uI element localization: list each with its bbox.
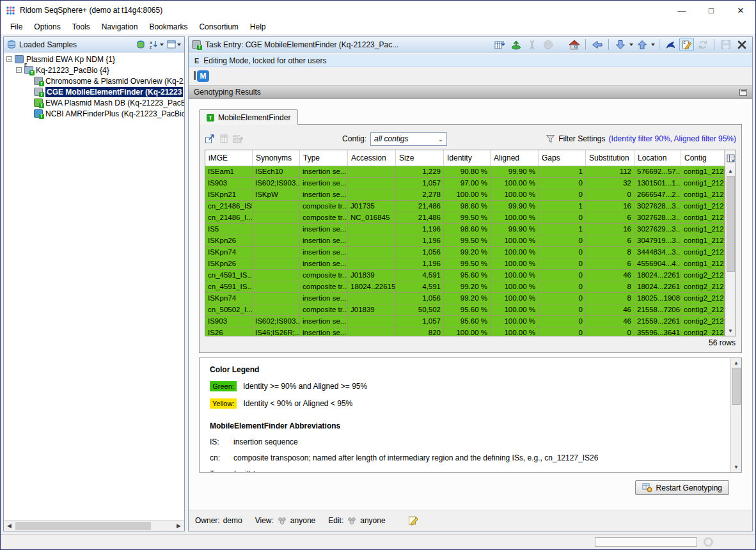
- table-row[interactable]: IS5insertion se...1,19698.60 %99.90 %116…: [205, 224, 725, 235]
- filter-settings-detail[interactable]: (Identity filter 90%, Aligned filter 95%…: [609, 134, 736, 143]
- column-header-size[interactable]: Size: [396, 150, 444, 166]
- scroll-up-icon[interactable]: ▲: [728, 166, 733, 176]
- edit-permissions-icon[interactable]: [408, 515, 419, 526]
- down-arrow-icon[interactable]: [613, 38, 627, 51]
- restart-genotyping-button[interactable]: Restart Genotyping: [635, 480, 729, 495]
- column-header-accession[interactable]: Accession: [348, 150, 396, 166]
- dna-icon[interactable]: [524, 38, 539, 51]
- column-header-identity[interactable]: Identity: [444, 150, 491, 166]
- table-row[interactable]: IS903IS602;IS903...insertion se...1,0579…: [205, 178, 725, 189]
- home-icon[interactable]: [567, 38, 581, 51]
- column-header-synonyms[interactable]: Synonyms: [253, 150, 300, 166]
- scroll-thumb[interactable]: [727, 176, 735, 272]
- tree-expander-icon[interactable]: −: [16, 67, 22, 73]
- refresh-icon[interactable]: [695, 38, 710, 51]
- legend-vertical-scrollbar[interactable]: ▲ ▼: [730, 358, 741, 472]
- scroll-down-icon[interactable]: ▼: [728, 326, 733, 336]
- menu-item-tools[interactable]: Tools: [67, 21, 96, 33]
- column-header-imge[interactable]: iMGE: [205, 150, 253, 166]
- export-icon[interactable]: [205, 134, 216, 144]
- table-row[interactable]: ISKpn21ISKpWinsertion se...2,278100.00 %…: [205, 189, 725, 201]
- scroll-left-icon[interactable]: ◀: [4, 522, 15, 529]
- scroll-track[interactable]: [15, 521, 173, 531]
- close-button[interactable]: ✕: [726, 1, 755, 20]
- sort-icon[interactable]: az: [149, 40, 164, 49]
- export-sequence-icon[interactable]: AGT: [232, 134, 244, 144]
- compare-icon[interactable]: [540, 38, 555, 51]
- tree-item[interactable]: −Plasmid EWA Kp NDM {1}: [4, 54, 184, 65]
- menu-item-navigation[interactable]: Navigation: [96, 21, 144, 33]
- tree-horizontal-scrollbar[interactable]: ◀ ▶: [4, 520, 184, 531]
- column-header-type[interactable]: Type: [300, 150, 348, 166]
- column-header-substitution[interactable]: Substitution: [586, 150, 634, 166]
- table-row[interactable]: ISKpn74insertion se...1,05699.20 %100.00…: [205, 293, 725, 304]
- submit-icon[interactable]: [508, 38, 523, 51]
- filter-icon[interactable]: [546, 134, 555, 143]
- column-chooser-icon[interactable]: [725, 150, 736, 166]
- scroll-thumb[interactable]: [732, 368, 741, 405]
- menu-item-consortium[interactable]: Consortium: [193, 21, 244, 33]
- table-cell: composite tr...: [300, 270, 348, 281]
- close-task-icon[interactable]: [734, 38, 749, 51]
- table-import-icon[interactable]: [492, 38, 507, 51]
- table-row[interactable]: IS26IS46;IS26R;...insertion se...820100.…: [205, 327, 725, 336]
- table-vertical-scrollbar[interactable]: ▲ ▼: [725, 166, 736, 336]
- abbreviation-key: Tn:: [210, 469, 233, 472]
- legend-entry: Green:Identity >= 90% and Aligned >= 95%: [210, 381, 720, 391]
- collapse-all-icon[interactable]: [167, 40, 181, 49]
- contig-select[interactable]: all contigs ⌄: [370, 132, 447, 146]
- table-cell: [253, 235, 300, 247]
- table-row[interactable]: ISKpn26insertion se...1,19699.50 %100.00…: [205, 235, 725, 247]
- menu-item-options[interactable]: Options: [28, 21, 66, 33]
- table-row[interactable]: ISEam1ISEch10insertion se...1,22990.80 %…: [205, 166, 725, 178]
- table-row[interactable]: cn_4591_IS...composite tr...J018394,5919…: [205, 270, 725, 281]
- maximize-button[interactable]: □: [697, 1, 726, 20]
- menu-item-help[interactable]: Help: [244, 21, 272, 33]
- jump-icon[interactable]: [663, 38, 678, 51]
- column-header-contig[interactable]: Contig: [681, 150, 725, 166]
- column-header-gaps[interactable]: Gaps: [539, 150, 586, 166]
- column-header-aligned[interactable]: Aligned: [491, 150, 539, 166]
- menu-item-file[interactable]: File: [4, 21, 28, 33]
- tree-item[interactable]: EWA Plasmid Mash DB (Kq-21223_PacBio): [4, 97, 184, 108]
- table-row[interactable]: cn_4591_IS...composite tr...18024..22615…: [205, 281, 725, 293]
- table-cell: insertion se...: [300, 258, 348, 270]
- table-cell: 2666547...2...: [634, 189, 681, 201]
- tree-item-label: CGE MobileElementFinder (Kq-21223: [45, 87, 183, 97]
- collapse-caret-icon[interactable]: [177, 43, 181, 46]
- save-icon[interactable]: [718, 38, 733, 51]
- refresh-samples-icon[interactable]: [136, 40, 146, 49]
- table-row[interactable]: IS903IS602;IS903...insertion se...1,0579…: [205, 316, 725, 327]
- tree-item[interactable]: Chromosome & Plasmid Overview (Kq-2122: [4, 75, 184, 86]
- filter-settings-label[interactable]: Filter Settings: [558, 134, 605, 143]
- main-area: Loaded Samples az −Plasmid EWA Kp NDM {1…: [1, 34, 755, 534]
- edit-mode-icon[interactable]: E: [679, 38, 694, 51]
- tree-expander-icon[interactable]: −: [6, 56, 12, 62]
- scroll-right-icon[interactable]: ▶: [173, 522, 184, 529]
- tree-item[interactable]: NCBI AMRFinderPlus (Kq-21223_PacBio): [4, 108, 184, 119]
- legend-title: Color Legend: [210, 365, 720, 374]
- column-header-location[interactable]: Location: [634, 150, 681, 166]
- table-row[interactable]: cn_50502_I...composite tr...J0183950,502…: [205, 304, 725, 316]
- tree-item[interactable]: CGE MobileElementFinder (Kq-21223: [4, 86, 184, 97]
- scroll-thumb[interactable]: [15, 522, 151, 530]
- up-arrow-caret-icon[interactable]: [651, 43, 655, 46]
- table-row[interactable]: cn_21486_I...composite tr...NC_01684521,…: [205, 212, 725, 224]
- scroll-down-icon[interactable]: ▼: [734, 462, 739, 472]
- up-arrow-icon[interactable]: [634, 38, 649, 51]
- table-row[interactable]: ISKpn74insertion se...1,05699.20 %100.00…: [205, 247, 725, 258]
- table-cell: [348, 166, 396, 178]
- copy-table-icon[interactable]: [219, 134, 228, 144]
- back-arrow-icon[interactable]: [590, 38, 604, 51]
- scroll-up-icon[interactable]: ▲: [734, 358, 739, 368]
- table-row[interactable]: ISKpn26insertion se...1,19699.50 %100.00…: [205, 258, 725, 270]
- sort-caret-icon[interactable]: [160, 43, 164, 46]
- tree-item[interactable]: −Kq-21223_PacBio {4}: [4, 65, 184, 75]
- table-row[interactable]: cn_21486_IS5composite tr...J0173521,4869…: [205, 201, 725, 212]
- table-cell: [348, 189, 396, 201]
- menu-item-bookmarks[interactable]: Bookmarks: [143, 21, 193, 33]
- minimize-button[interactable]: —: [667, 1, 697, 20]
- section-collapse-icon[interactable]: [739, 89, 747, 96]
- tab-mobileelementfinder[interactable]: T MobileElementFinder: [199, 109, 298, 125]
- down-arrow-caret-icon[interactable]: [629, 43, 633, 46]
